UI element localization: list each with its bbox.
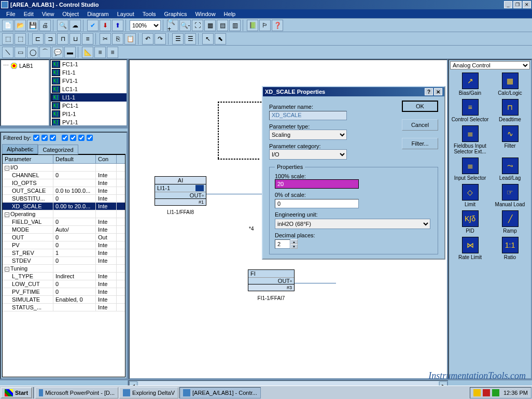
flag-icon[interactable]: 🏳: [259, 20, 271, 31]
palette-category-select[interactable]: Analog Control: [450, 61, 530, 69]
ellipse-tool-icon[interactable]: ◯: [27, 47, 38, 58]
filter-cb1[interactable]: [33, 135, 39, 141]
tray-icon-1[interactable]: [473, 389, 481, 396]
rect-tool-icon[interactable]: ▭: [15, 47, 26, 58]
redo-icon[interactable]: ↷: [155, 33, 166, 45]
paste-icon[interactable]: 📋: [124, 33, 136, 45]
tab-categorized[interactable]: Categorized: [38, 145, 78, 154]
module-item-FI1-1[interactable]: K∫FI1-1: [51, 68, 127, 77]
menu-view[interactable]: View: [38, 10, 59, 18]
cut-icon[interactable]: ✂: [100, 33, 111, 45]
param-row-OUT_SCALE[interactable]: OUT_SCALE0.0 to 100.0...Inte: [3, 187, 125, 195]
box-tool-icon[interactable]: ▬: [64, 47, 76, 58]
param-grid[interactable]: Parameter Default Con −I/OCHANNEL0InteIO…: [2, 154, 125, 377]
palette-item-calc-logic[interactable]: ▦Calc/Logic: [491, 73, 529, 96]
menu-diagram[interactable]: Diagram: [83, 10, 113, 18]
cancel-button[interactable]: Cancel: [402, 119, 438, 131]
menu-tools[interactable]: Tools: [138, 10, 160, 18]
find-icon[interactable]: 🔍: [57, 20, 68, 31]
cloud-icon[interactable]: ☁: [69, 20, 81, 31]
dp-spin-down[interactable]: ▼: [290, 244, 298, 249]
module-item-LI1-1[interactable]: K∫LI1-1: [51, 93, 127, 102]
layer3-icon[interactable]: ≡: [107, 47, 118, 58]
pointer-icon[interactable]: ↖: [202, 33, 214, 45]
param-row-XD_SCALE[interactable]: XD_SCALE0.00 to 20.0...Inte: [3, 203, 125, 210]
open-icon[interactable]: 📂: [15, 20, 26, 31]
param-group-Tuning[interactable]: −Tuning: [3, 265, 125, 273]
new-icon[interactable]: 📄: [2, 20, 13, 31]
scale100-input[interactable]: [275, 179, 359, 189]
filter-cb2[interactable]: [41, 135, 48, 141]
palette-item-control-selector[interactable]: ≡Control Selector: [451, 99, 489, 122]
module-item-FV1-1[interactable]: K∫FV1-1: [51, 77, 127, 85]
palette-item-filter[interactable]: ∿Filter: [491, 125, 529, 154]
param-row-SIMULATE[interactable]: SIMULATEEnabled, 0Inte: [3, 296, 125, 304]
system-tray[interactable]: 12:36 PM: [470, 387, 531, 398]
tree-node-lab1[interactable]: ⋯ LAB1: [3, 62, 47, 69]
zoom-in-icon[interactable]: 🔍+: [167, 20, 178, 31]
save-icon[interactable]: 💾: [27, 20, 38, 31]
align2-icon[interactable]: ⊐: [45, 33, 56, 45]
param-row-SUBSTITU...[interactable]: SUBSTITU...0Inte: [3, 195, 125, 203]
eu-select[interactable]: inH2O (68°F): [275, 219, 430, 229]
ok-button[interactable]: OK: [402, 101, 438, 112]
menu-graphics[interactable]: Graphics: [160, 10, 191, 18]
param-cat-select[interactable]: I/O: [269, 149, 347, 160]
dp-input[interactable]: [275, 239, 290, 249]
param-row-FIELD_VAL[interactable]: FIELD_VAL0Inte: [3, 218, 125, 226]
param-row-CHANNEL[interactable]: CHANNEL0Inte: [3, 172, 125, 179]
layer1-icon[interactable]: 📐: [82, 47, 93, 58]
maximize-button[interactable]: ❐: [513, 1, 522, 8]
param-type-select[interactable]: Scaling: [269, 130, 347, 140]
module-list[interactable]: K∫FC1-1K∫FI1-1K∫FV1-1K∫LC1-1K∫LI1-1K∫PC1…: [50, 59, 128, 126]
copy-icon[interactable]: ⎘: [112, 33, 123, 45]
print-icon[interactable]: 🖨: [39, 20, 51, 31]
align-left-icon[interactable]: ⬚: [2, 33, 13, 45]
minimize-button[interactable]: _: [504, 1, 512, 8]
taskbar-task-0[interactable]: Microsoft PowerPoint - [D...: [35, 387, 118, 398]
menu-window[interactable]: Window: [191, 10, 219, 18]
param-row-LOW_CUT[interactable]: LOW_CUT0Inte: [3, 280, 125, 288]
dialog-close-button[interactable]: ✕: [434, 88, 442, 95]
filter-cb3[interactable]: [50, 135, 56, 141]
tray-icon-2[interactable]: [483, 389, 490, 396]
filter-button[interactable]: Filter...: [402, 138, 438, 149]
block-fi[interactable]: FI OUT▫ #3: [248, 269, 295, 291]
param-row-OUT[interactable]: OUT0Out: [3, 234, 125, 241]
tab-alphabetic[interactable]: Alphabetic: [2, 144, 38, 154]
close-button[interactable]: ✕: [523, 1, 531, 8]
filter-cb7[interactable]: [87, 135, 93, 141]
menu-layout[interactable]: Layout: [113, 10, 138, 18]
line-tool-icon[interactable]: ＼: [2, 47, 13, 58]
filter-cb6[interactable]: [78, 135, 85, 141]
palette-item-fieldbus-input-selector-ext-[interactable]: ≣Fieldbus Input Selector Ext...: [451, 125, 489, 154]
param-group-Operating[interactable]: −Operating: [3, 210, 125, 218]
list1-icon[interactable]: ☰: [172, 33, 184, 45]
help-icon[interactable]: ❓: [272, 20, 283, 31]
start-button[interactable]: Start: [1, 387, 32, 398]
module-item-PC1-1[interactable]: K∫PC1-1: [51, 102, 127, 110]
palette-item-rate-limit[interactable]: ⋈Rate Limit: [451, 237, 489, 260]
block-ai[interactable]: AI LI1-1 OUT▫ #1: [155, 176, 206, 206]
align5-icon[interactable]: ≡: [82, 33, 93, 45]
zoom-out-icon[interactable]: 🔍-: [179, 20, 191, 31]
layer2-icon[interactable]: ≡: [94, 47, 106, 58]
dp-spin-up[interactable]: ▲: [290, 239, 298, 244]
palette-item-bias-gain[interactable]: ↗Bias/Gain: [451, 73, 489, 96]
align4-icon[interactable]: ⊔: [69, 33, 81, 45]
palette-item-deadtime[interactable]: ⊓Deadtime: [491, 99, 529, 122]
menu-file[interactable]: File: [2, 10, 20, 18]
taskbar-task-1[interactable]: Exploring DeltaV: [119, 387, 178, 398]
module-item-PV1-1[interactable]: K∫PV1-1: [51, 118, 127, 126]
align-center-icon[interactable]: ⬚: [15, 33, 26, 45]
grid-header-default[interactable]: Default: [53, 155, 96, 163]
module-item-PI1-1[interactable]: K∫PI1-1: [51, 110, 127, 118]
dialog-help-button[interactable]: ?: [425, 88, 433, 95]
down-icon[interactable]: ⬇: [100, 20, 111, 31]
curve-tool-icon[interactable]: ⌒: [39, 47, 51, 58]
palette-item-pid[interactable]: K∫δPID: [451, 210, 489, 234]
up-icon[interactable]: ⬆: [112, 20, 123, 31]
scale0-input[interactable]: [275, 199, 359, 208]
grid-header-con[interactable]: Con: [96, 155, 117, 163]
taskbar-task-2[interactable]: [AREA_A/LAB1] - Contr...: [179, 387, 261, 398]
